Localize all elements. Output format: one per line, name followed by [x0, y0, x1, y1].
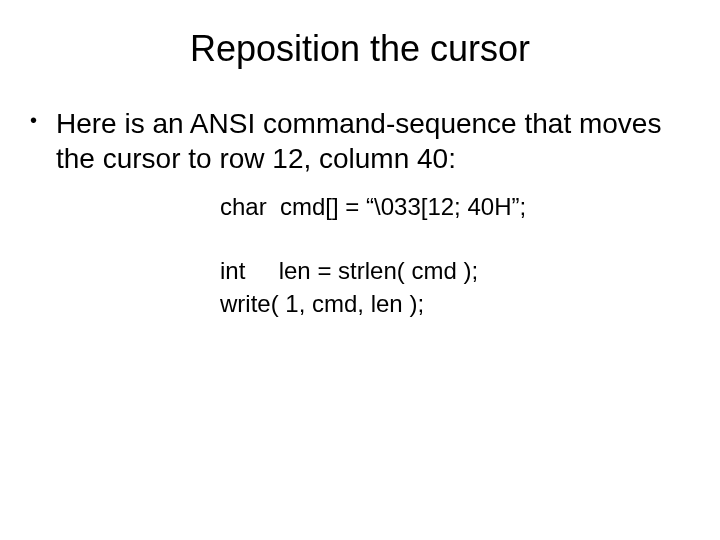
bullet-text: Here is an ANSI command-sequence that mo…: [56, 106, 680, 176]
slide-body: • Here is an ANSI command-sequence that …: [0, 106, 720, 321]
code-line-2: int len = strlen( cmd );: [220, 254, 680, 288]
code-gap: [220, 224, 680, 254]
code-block: char cmd[] = “\033[12; 40H”; int len = s…: [30, 176, 680, 321]
slide-title: Reposition the cursor: [0, 0, 720, 106]
bullet-item: • Here is an ANSI command-sequence that …: [30, 106, 680, 176]
slide: Reposition the cursor • Here is an ANSI …: [0, 0, 720, 540]
code-line-1: char cmd[] = “\033[12; 40H”;: [220, 190, 680, 224]
code-line-3: write( 1, cmd, len );: [220, 287, 680, 321]
bullet-dot: •: [30, 106, 56, 133]
